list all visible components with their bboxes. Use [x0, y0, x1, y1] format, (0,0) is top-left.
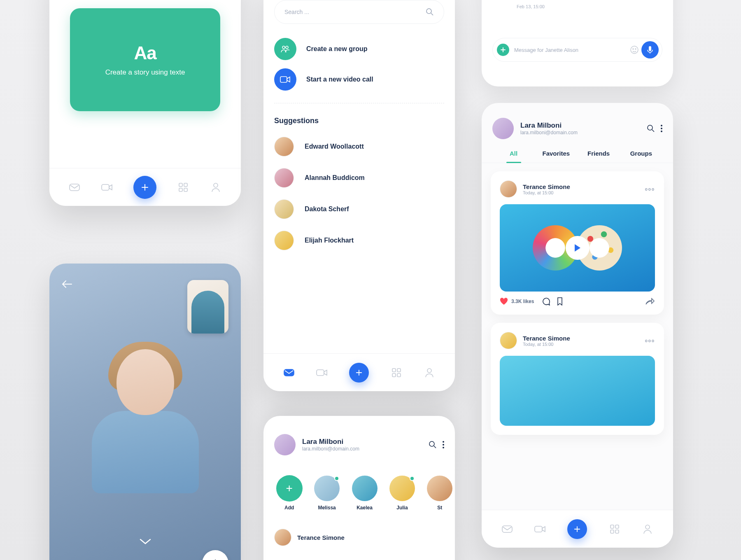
text-icon: Aa	[134, 43, 156, 63]
grid-icon[interactable]	[177, 182, 189, 193]
story-item[interactable]: St	[425, 475, 455, 511]
chevron-down-icon[interactable]	[140, 539, 151, 545]
suggestion-row[interactable]: Elijah Flockhart	[263, 225, 455, 256]
post-actions: 3.3K likes	[500, 297, 655, 306]
mail-icon[interactable]	[283, 367, 295, 378]
svg-point-7	[426, 9, 431, 14]
svg-rect-5	[184, 188, 187, 191]
profile-icon[interactable]	[210, 182, 221, 193]
plus-icon: +	[276, 475, 303, 502]
suggestions-title: Suggestions	[263, 107, 455, 131]
remote-video	[84, 349, 207, 522]
grid-icon[interactable]	[609, 523, 620, 535]
svg-rect-30	[502, 526, 512, 532]
add-fab[interactable]	[133, 176, 156, 199]
stories-feed-screen: Lara Milboni lara.milboni@domain.com + A…	[263, 416, 455, 560]
post-author: Terance Simone	[523, 183, 570, 190]
search-icon[interactable]	[647, 124, 655, 133]
svg-point-18	[429, 441, 434, 446]
message-input[interactable]: Message for Janette Alison	[492, 38, 662, 62]
profile-icon[interactable]	[424, 367, 435, 378]
video-icon[interactable]	[101, 182, 113, 193]
svg-rect-35	[615, 530, 619, 533]
post-more-icon[interactable]: ooo	[645, 338, 655, 343]
add-fab[interactable]	[349, 363, 369, 383]
svg-rect-13	[392, 369, 396, 372]
svg-rect-34	[611, 530, 614, 533]
profile-icon[interactable]	[642, 523, 653, 535]
avatar[interactable]	[500, 332, 517, 349]
post-card: Terance Simone Today, at 15:00 ooo 3.3K …	[491, 171, 664, 315]
story-item[interactable]: Kaelea	[350, 475, 380, 511]
share-icon[interactable]	[645, 298, 655, 305]
create-group-label: Create a new group	[306, 45, 367, 53]
post-media[interactable]	[500, 204, 655, 292]
start-video-row[interactable]: Start a new video call	[263, 64, 455, 95]
add-fab[interactable]	[567, 519, 587, 539]
search-input[interactable]: Search ...	[274, 0, 444, 24]
svg-point-20	[443, 444, 444, 446]
message-timestamp: Feb 13, 15:00	[517, 4, 545, 9]
tab-all[interactable]: All	[492, 143, 535, 163]
mail-icon[interactable]	[69, 182, 80, 193]
voice-button[interactable]	[641, 41, 659, 58]
svg-point-23	[633, 49, 634, 49]
back-arrow-icon[interactable]	[62, 280, 72, 288]
add-story[interactable]: + Add	[274, 475, 304, 511]
avatar	[274, 231, 294, 250]
mail-icon[interactable]	[501, 523, 513, 535]
stories-row: + Add Melissa Kaelea Julia St	[263, 463, 455, 514]
grid-icon[interactable]	[391, 367, 402, 378]
bottom-nav	[263, 353, 455, 391]
avatar[interactable]	[274, 434, 296, 455]
suggestion-name: Edward Woollacott	[305, 143, 364, 150]
svg-point-29	[661, 131, 662, 132]
story-item[interactable]: Julia	[387, 475, 417, 511]
tab-groups[interactable]: Groups	[620, 143, 662, 163]
profile-email: lara.milboni@domain.com	[520, 130, 578, 135]
suggestion-name: Alannah Buddicom	[305, 174, 365, 182]
more-icon[interactable]	[661, 125, 662, 132]
tab-favorites[interactable]: Favorites	[535, 143, 577, 163]
story-label: Kaelea	[357, 505, 373, 511]
group-icon	[274, 38, 296, 60]
avatar[interactable]	[492, 118, 514, 139]
create-group-row[interactable]: Create a new group	[263, 34, 455, 64]
suggestion-row[interactable]: Alannah Buddicom	[263, 162, 455, 194]
heart-icon[interactable]	[500, 298, 508, 305]
bottom-nav	[49, 168, 241, 206]
emoji-icon[interactable]	[630, 45, 639, 54]
self-preview[interactable]	[187, 280, 228, 334]
play-icon[interactable]	[566, 236, 590, 260]
online-dot	[410, 476, 415, 481]
post-author: Terance Simone	[523, 335, 570, 342]
avatar[interactable]	[500, 180, 517, 198]
suggestion-row[interactable]: Edward Woollacott	[263, 131, 455, 162]
story-item[interactable]: Melissa	[312, 475, 342, 511]
more-icon[interactable]	[443, 441, 444, 448]
feed-item[interactable]: Terance Simone	[263, 514, 455, 546]
post-media[interactable]	[500, 356, 655, 426]
search-icon	[426, 8, 434, 16]
suggestion-row[interactable]: Dakota Scherf	[263, 194, 455, 225]
svg-point-9	[286, 46, 288, 49]
attach-button[interactable]	[497, 44, 509, 56]
svg-rect-25	[649, 46, 651, 51]
comment-icon[interactable]	[542, 297, 550, 306]
feed-screen: Lara Milboni lara.milboni@domain.com All…	[482, 103, 673, 548]
svg-point-17	[427, 369, 431, 373]
search-icon[interactable]	[429, 441, 437, 449]
svg-point-28	[661, 128, 662, 129]
mute-button[interactable]	[202, 550, 228, 560]
profile-name: Lara Milboni	[520, 121, 578, 130]
feed-author: Terance Simone	[297, 534, 345, 541]
video-icon[interactable]	[316, 367, 328, 378]
video-icon[interactable]	[534, 523, 546, 535]
tab-friends[interactable]: Friends	[578, 143, 620, 163]
text-story-card[interactable]: Aa Create a story using texte	[70, 8, 220, 111]
svg-rect-16	[397, 373, 401, 377]
post-time: Today, at 15:00	[523, 342, 570, 347]
bookmark-icon[interactable]	[557, 297, 563, 306]
post-more-icon[interactable]: ooo	[645, 187, 655, 191]
profile-header: Lara Milboni lara.milboni@domain.com	[263, 416, 455, 463]
